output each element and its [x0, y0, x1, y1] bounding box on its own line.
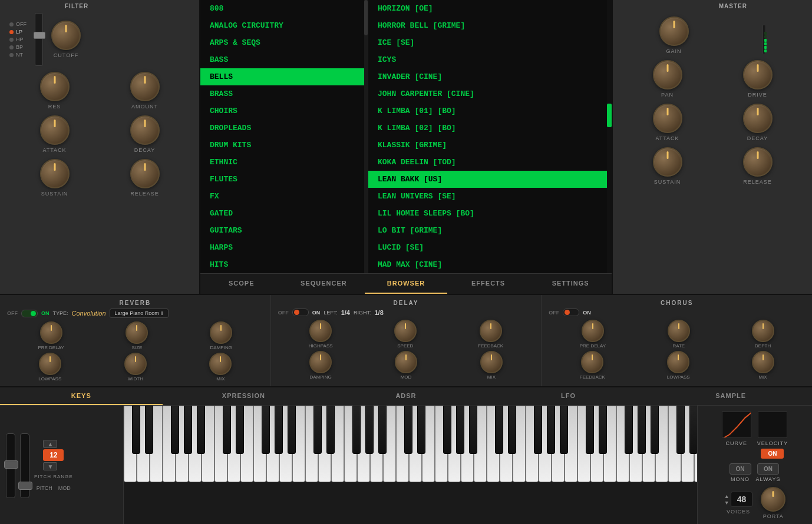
- category-harps[interactable]: HARPS: [200, 239, 368, 256]
- black-key[interactable]: [560, 406, 568, 454]
- category-808[interactable]: 808: [200, 0, 368, 17]
- delay-feedback-knob[interactable]: [480, 320, 502, 342]
- preset-lo-bit[interactable]: LO BIT [GRIME]: [368, 222, 612, 239]
- chorus-feedback-knob[interactable]: [581, 351, 603, 373]
- black-key[interactable]: [184, 406, 192, 454]
- black-key[interactable]: [638, 406, 646, 454]
- black-key[interactable]: [508, 406, 516, 454]
- filter-sustain-knob[interactable]: [40, 159, 70, 188]
- black-key[interactable]: [275, 406, 283, 454]
- delay-toggle[interactable]: [292, 309, 309, 316]
- delay-damping-knob[interactable]: [309, 351, 332, 373]
- black-key[interactable]: [313, 406, 322, 454]
- tab-keys[interactable]: KEYS: [0, 387, 163, 405]
- master-sustain-knob[interactable]: [653, 147, 682, 177]
- preset-john-carpenter[interactable]: JOHN CARPENTER [CINE]: [368, 85, 612, 102]
- res-knob[interactable]: [40, 72, 70, 101]
- black-key[interactable]: [599, 406, 607, 454]
- preset-klassik[interactable]: KLASSIK [GRIME]: [368, 137, 612, 154]
- tab-browser[interactable]: BROWSER: [365, 274, 447, 294]
- category-ethnic[interactable]: ETHNIC: [200, 154, 368, 171]
- black-key[interactable]: [586, 406, 594, 454]
- filter-release-knob[interactable]: [130, 159, 160, 188]
- black-key[interactable]: [625, 406, 633, 454]
- cutoff-knob[interactable]: [51, 21, 81, 50]
- mod-fader[interactable]: [20, 433, 29, 498]
- black-key[interactable]: [197, 406, 205, 454]
- black-key[interactable]: [547, 406, 555, 454]
- black-key[interactable]: [495, 406, 503, 454]
- chorus-predelay-knob[interactable]: [582, 320, 604, 342]
- category-bells[interactable]: BELLS: [200, 68, 368, 85]
- tab-sample[interactable]: SAMPLE: [649, 387, 812, 405]
- delay-highpass-knob[interactable]: [309, 320, 332, 342]
- preset-k-limba-01[interactable]: K LIMBA [01] [BO]: [368, 102, 612, 120]
- preset-lean-univers[interactable]: LEAN UNIVERS [SE]: [368, 188, 612, 205]
- delay-speed-knob[interactable]: [394, 320, 417, 342]
- reverb-width-knob[interactable]: [124, 353, 147, 375]
- chorus-lowpass-knob[interactable]: [667, 351, 689, 373]
- black-key[interactable]: [443, 406, 451, 454]
- black-key[interactable]: [469, 406, 477, 454]
- black-key[interactable]: [288, 406, 296, 454]
- preset-scrollbar[interactable]: [607, 0, 612, 273]
- master-drive-knob[interactable]: [743, 60, 773, 89]
- preset-k-limba-02[interactable]: K LIMBA [02] [BO]: [368, 120, 612, 137]
- filter-attack-knob[interactable]: [40, 115, 70, 145]
- amount-knob[interactable]: [130, 72, 160, 101]
- black-key[interactable]: [326, 406, 335, 454]
- black-key[interactable]: [365, 406, 374, 454]
- category-brass[interactable]: BRASS: [200, 85, 368, 102]
- black-key[interactable]: [404, 406, 412, 454]
- category-choirs[interactable]: CHOIRS: [200, 102, 368, 120]
- master-gain-knob[interactable]: [659, 16, 689, 46]
- pitch-fader[interactable]: [6, 433, 15, 498]
- preset-horizon[interactable]: HORIZON [OE]: [368, 0, 612, 17]
- black-key[interactable]: [456, 406, 464, 454]
- preset-mad-max[interactable]: MAD MAX [CINE]: [368, 256, 612, 273]
- reverb-predelay-knob[interactable]: [40, 321, 62, 344]
- filter-decay-knob[interactable]: [130, 115, 160, 145]
- category-scrollbar[interactable]: [364, 0, 368, 273]
- black-key[interactable]: [145, 406, 153, 454]
- pitch-down-arrow[interactable]: ▼: [43, 462, 57, 470]
- category-flutes[interactable]: FLUTES: [200, 171, 368, 188]
- black-key[interactable]: [378, 406, 387, 454]
- black-key[interactable]: [352, 406, 361, 454]
- black-key[interactable]: [171, 406, 179, 454]
- preset-horror-bell[interactable]: HORROR BELL [GRIME]: [368, 17, 612, 34]
- voices-down[interactable]: ▼: [724, 500, 730, 506]
- preset-lean-bakk[interactable]: LEAN BAKK [US]: [368, 171, 612, 188]
- black-key[interactable]: [223, 406, 231, 454]
- tab-adsr[interactable]: ADSR: [325, 387, 487, 405]
- piano-keys-container[interactable]: [124, 406, 697, 524]
- black-key[interactable]: [417, 406, 425, 454]
- chorus-rate-knob[interactable]: [668, 320, 690, 342]
- master-attack-knob[interactable]: [653, 104, 682, 133]
- preset-lucid[interactable]: LUCID [SE]: [368, 239, 612, 256]
- reverb-toggle[interactable]: [21, 310, 38, 317]
- velocity-on-button[interactable]: ON: [761, 449, 784, 459]
- reverb-lowpass-knob[interactable]: [39, 353, 61, 375]
- pitch-up-arrow[interactable]: ▲: [43, 440, 57, 448]
- black-key[interactable]: [676, 406, 685, 454]
- preset-lil-homie[interactable]: LIL HOMIE SLEEPS [BO]: [368, 205, 612, 222]
- tab-scope[interactable]: SCOPE: [200, 274, 283, 294]
- filter-fader-thumb[interactable]: [34, 32, 45, 39]
- category-fx[interactable]: FX: [200, 188, 368, 205]
- master-release-knob[interactable]: [743, 147, 773, 177]
- category-hits[interactable]: HITS: [200, 256, 368, 273]
- tab-settings[interactable]: SETTINGS: [529, 274, 612, 294]
- master-pan-knob[interactable]: [653, 60, 682, 89]
- voices-up[interactable]: ▲: [724, 493, 730, 499]
- chorus-depth-knob[interactable]: [752, 320, 774, 342]
- tab-sequencer[interactable]: SEQUENCER: [283, 274, 365, 294]
- reverb-damping-knob[interactable]: [210, 321, 232, 344]
- category-dropleads[interactable]: DROPLEADS: [200, 120, 368, 137]
- black-key[interactable]: [651, 406, 659, 454]
- porta-knob[interactable]: [761, 487, 785, 512]
- black-key[interactable]: [534, 406, 542, 454]
- preset-koka-deelin[interactable]: KOKA DEELIN [TOD]: [368, 154, 612, 171]
- tab-lfo[interactable]: LFO: [487, 387, 650, 405]
- category-guitars[interactable]: GUITARS: [200, 222, 368, 239]
